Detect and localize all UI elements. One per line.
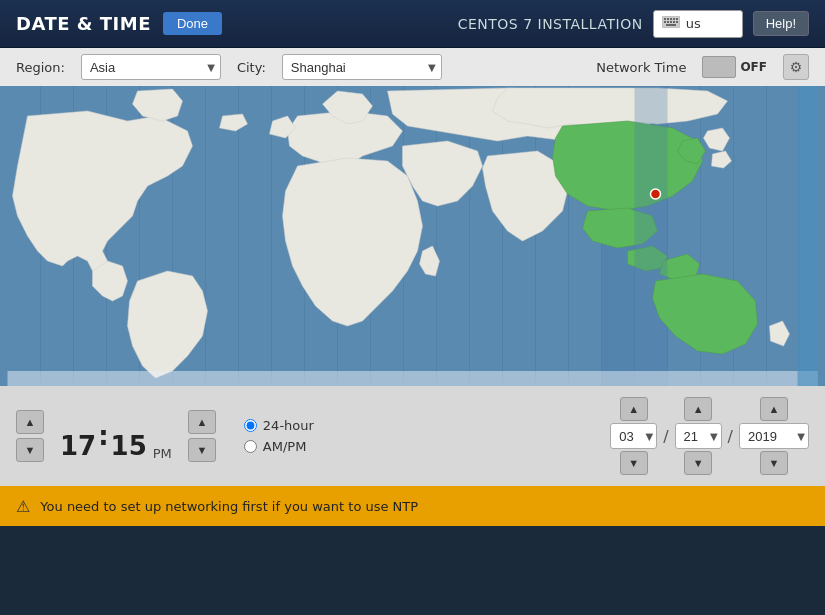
minute-spinner: ▲ ▼ [188,410,216,462]
month-select[interactable]: 010203 040506 070809 101112 [610,423,657,449]
up-arrow-icon3: ▲ [628,403,639,415]
down-arrow-icon5: ▼ [769,457,780,469]
warning-bar: ⚠ You need to set up networking first if… [0,486,825,526]
ntp-toggle[interactable] [702,56,736,78]
date-section: ▲ 010203 040506 070809 101112 ▼ ▼ / ▲ [610,397,809,475]
toolbar: Region: Asia America Europe Africa Pacif… [0,48,825,86]
day-select[interactable]: 192021 2223 [675,423,722,449]
region-label: Region: [16,60,65,75]
svg-rect-8 [670,21,672,23]
svg-rect-4 [673,18,675,20]
day-select-wrapper: 192021 2223 ▼ [675,423,722,449]
ntp-settings-button[interactable]: ⚙ [783,54,809,80]
svg-rect-39 [798,86,818,386]
header: DATE & TIME Done CENTOS 7 INSTALLATION [0,0,825,48]
page-title: DATE & TIME [16,13,151,34]
year-select[interactable]: 201820192020 [739,423,809,449]
day-down-button[interactable]: ▼ [684,451,712,475]
up-arrow-icon4: ▲ [693,403,704,415]
svg-rect-38 [635,86,668,386]
done-button[interactable]: Done [163,12,222,35]
svg-rect-5 [676,18,678,20]
month-select-wrapper: 010203 040506 070809 101112 ▼ [610,423,657,449]
month-up-button[interactable]: ▲ [620,397,648,421]
year-up-button[interactable]: ▲ [760,397,788,421]
format-24h-label: 24-hour [263,418,314,433]
header-right: CENTOS 7 INSTALLATION us [458,10,809,38]
city-select[interactable]: Shanghai Beijing Tokyo Seoul [282,54,442,80]
hour-spinner: ▲ ▼ [16,410,44,462]
minute-up-button[interactable]: ▲ [188,410,216,434]
month-down-button[interactable]: ▼ [620,451,648,475]
format-24h-option[interactable]: 24-hour [244,418,314,433]
up-arrow-icon2: ▲ [196,416,207,428]
ampm-label: PM [153,446,172,461]
svg-rect-10 [676,21,678,23]
help-button[interactable]: Help! [753,11,809,36]
time-colon: : [98,421,108,451]
svg-rect-3 [670,18,672,20]
hours-value: 17 [60,433,96,459]
time-display: 17 : 15 PM [60,409,172,463]
svg-rect-1 [664,18,666,20]
down-arrow-icon3: ▼ [628,457,639,469]
hour-down-button[interactable]: ▼ [16,438,44,462]
header-left: DATE & TIME Done [16,12,222,35]
install-title: CENTOS 7 INSTALLATION [458,16,643,32]
keyboard-selector[interactable]: us [653,10,743,38]
year-down-button[interactable]: ▼ [760,451,788,475]
keyboard-icon [662,16,680,31]
region-select[interactable]: Asia America Europe Africa Pacific [81,54,221,80]
ntp-toggle-area: OFF [702,56,767,78]
keyboard-value: us [686,16,701,31]
svg-rect-6 [664,21,666,23]
svg-rect-11 [666,24,676,26]
svg-rect-7 [667,21,669,23]
map-svg [0,86,825,386]
world-map[interactable] [0,86,825,386]
date-sep-2: / [728,427,733,446]
network-time-label: Network Time [596,60,686,75]
month-spinner: ▲ 010203 040506 070809 101112 ▼ ▼ [610,397,657,475]
minute-down-button[interactable]: ▼ [188,438,216,462]
city-select-wrapper: Shanghai Beijing Tokyo Seoul ▼ [282,54,442,80]
format-ampm-option[interactable]: AM/PM [244,439,314,454]
shanghai-marker [651,189,661,199]
bottom-controls: ▲ ▼ 17 : 15 PM ▲ ▼ 24-ho [0,386,825,486]
format-ampm-radio[interactable] [244,440,257,453]
svg-rect-2 [667,18,669,20]
year-spinner: ▲ 201820192020 ▼ ▼ [739,397,809,475]
format-24h-radio[interactable] [244,419,257,432]
day-up-button[interactable]: ▲ [684,397,712,421]
warning-message: You need to set up networking first if y… [40,499,418,514]
year-select-wrapper: 201820192020 ▼ [739,423,809,449]
region-select-wrapper: Asia America Europe Africa Pacific ▼ [81,54,221,80]
up-arrow-icon: ▲ [25,416,36,428]
minutes-value: 15 [111,433,147,459]
svg-rect-9 [673,21,675,23]
down-arrow-icon: ▼ [25,444,36,456]
day-spinner: ▲ 192021 2223 ▼ ▼ [675,397,722,475]
up-arrow-icon5: ▲ [769,403,780,415]
hour-up-button[interactable]: ▲ [16,410,44,434]
warning-icon: ⚠ [16,497,30,516]
city-label: City: [237,60,266,75]
down-arrow-icon2: ▼ [196,444,207,456]
down-arrow-icon4: ▼ [693,457,704,469]
time-format-selector: 24-hour AM/PM [244,418,314,454]
gear-icon: ⚙ [790,59,803,75]
format-ampm-label: AM/PM [263,439,307,454]
ntp-state-label: OFF [740,60,767,74]
date-sep-1: / [663,427,668,446]
